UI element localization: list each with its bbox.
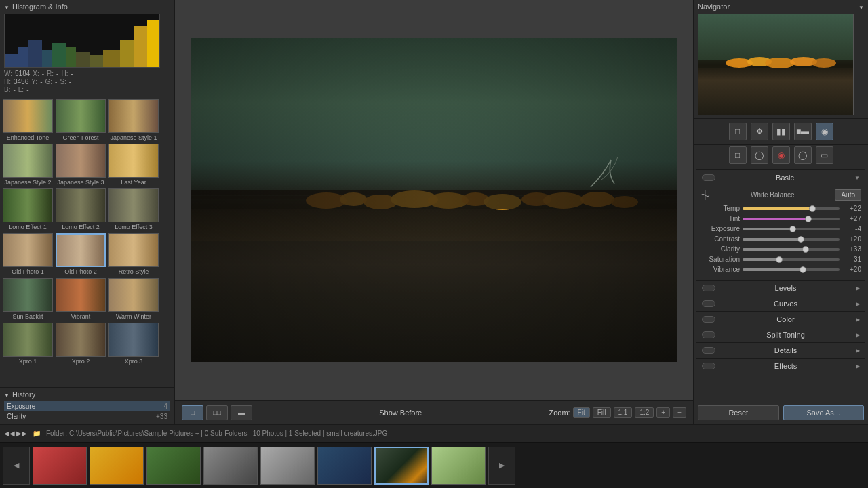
preset-row: Japanese Style 2Japanese Style 3Last Yea… [3,144,172,186]
filmstrip-back-btn[interactable]: ◀ [3,447,30,485]
histogram-title[interactable]: Histogram & Info [4,3,170,11]
effects-header[interactable]: Effects [696,359,865,373]
levels-header[interactable]: Levels [696,281,865,296]
filmstrip-thumbnail[interactable] [260,447,315,485]
slider-thumb[interactable] [809,205,816,212]
filmstrip-thumbnail[interactable] [374,447,429,485]
straighten-tool-icon[interactable]: □ [729,146,747,164]
preset-item[interactable]: Xpro 3 [108,323,159,365]
slider-track[interactable] [743,258,840,261]
spot-removal-icon[interactable]: ◯ [751,146,768,164]
preset-item[interactable]: Green Forest [56,99,106,141]
split-toning-header[interactable]: Split Toning [696,327,865,342]
view-single-btn[interactable]: □ [182,405,203,420]
filmstrip-thumbnail[interactable] [203,447,258,485]
preset-item[interactable]: Enhanced Tone [3,99,53,141]
preset-item[interactable]: Retro Style [108,233,159,275]
filmstrip-thumbnail[interactable] [90,447,144,485]
preset-item[interactable]: Warm Winter [108,278,159,320]
slider-row-exposure: Exposure -4 [701,225,861,232]
filmstrip: ◀ ▶ [0,442,868,488]
history-label: History [12,390,35,399]
nav-forward-icon[interactable]: ▶▶ [16,430,27,437]
preset-item[interactable]: Japanese Style 1 [108,99,159,141]
slider-track[interactable] [743,248,840,251]
filmstrip-thumbnail[interactable] [431,447,486,485]
crop-tool-icon[interactable]: □ [729,123,747,140]
preset-row: Sun BacklitVibrantWarm Winter [3,278,172,320]
color-toggle[interactable] [702,316,715,323]
details-header[interactable]: Details [696,343,865,358]
slider-track[interactable] [743,238,840,241]
split-toning-toggle[interactable] [702,331,715,338]
red-eye-icon[interactable]: ◉ [772,146,790,164]
basic-section-header[interactable]: Basic [696,170,865,185]
levels-toggle[interactable] [702,285,715,291]
curves-header[interactable]: Curves [696,296,865,311]
slider-fill [743,218,808,220]
slider-track[interactable] [743,218,840,220]
slider-thumb[interactable] [800,266,806,273]
preset-item[interactable]: Japanese Style 2 [3,144,53,186]
history-title[interactable]: History [4,390,170,399]
preset-item[interactable]: Last Year [108,144,159,186]
preset-thumbnail [108,233,159,267]
zoom-1to2-btn[interactable]: 1:2 [635,407,654,418]
zoom-1to1-btn[interactable]: 1:1 [614,407,633,418]
preset-item[interactable]: Lomo Effect 1 [3,188,53,230]
slider-thumb[interactable] [789,226,796,232]
curves-toggle[interactable] [702,300,715,307]
slider-track[interactable] [743,207,840,210]
preset-item[interactable]: Lomo Effect 3 [108,188,159,230]
nav-back-icon[interactable]: ◀◀ [4,430,15,437]
preset-item[interactable]: Sun Backlit [3,278,53,320]
slider-thumb[interactable] [802,246,809,253]
wb-auto-btn[interactable]: Auto [835,189,861,201]
effects-toggle[interactable] [702,363,715,369]
slider-track[interactable] [743,228,840,230]
slider-track[interactable] [743,268,840,271]
history-item[interactable]: Exposure-4 [4,401,170,411]
slider-thumb[interactable] [776,256,783,263]
compare-tool-icon[interactable]: ▮▮ [772,123,790,140]
gradient-filter-icon[interactable]: ▭ [816,146,833,164]
slider-fill [743,207,812,210]
save-as-button[interactable]: Save As... [783,405,865,420]
filmstrip-thumbnail[interactable] [146,447,201,485]
slider-thumb[interactable] [797,236,804,243]
filmstrip-thumbnail[interactable] [33,447,87,485]
zoom-fill-btn[interactable]: Fill [593,407,611,418]
view-compare-btn[interactable]: ▬ [231,405,252,420]
filmstrip-thumbnail[interactable] [317,447,372,485]
levels-tool-icon[interactable]: ■▬ [794,123,812,140]
preset-item[interactable]: Vibrant [56,278,106,320]
develop-tool-icon[interactable]: ◉ [816,123,833,140]
preset-item[interactable]: Old Photo 2 [56,233,106,275]
history-item[interactable]: Clarity+33 [4,411,170,422]
navigator-collapse-icon [859,3,864,11]
show-before-btn[interactable]: Show Before [379,409,422,417]
transform-tool-icon[interactable]: ✥ [751,123,768,140]
basic-toggle[interactable] [702,174,715,181]
view-split-btn[interactable]: □□ [206,405,228,420]
svg-rect-2 [28,40,42,67]
zoom-out-btn[interactable]: − [673,407,686,418]
zoom-in-btn[interactable]: + [656,407,670,418]
radial-filter-icon[interactable]: ◯ [794,146,812,164]
eyedropper-icon[interactable]: ⏆ [701,190,710,201]
color-header[interactable]: Color [696,312,865,327]
preset-item[interactable]: Old Photo 1 [3,233,53,275]
slider-thumb[interactable] [805,216,812,222]
histogram-section: Histogram & Info [0,0,174,96]
history-item-name: Exposure [7,403,35,410]
preset-item[interactable]: Lomo Effect 2 [56,188,106,230]
svg-point-35 [812,58,836,68]
zoom-fit-btn[interactable]: Fit [573,407,590,418]
preset-item[interactable]: Xpro 2 [56,323,106,365]
filmstrip-forward-btn[interactable]: ▶ [488,447,515,485]
preset-item[interactable]: Japanese Style 3 [56,144,106,186]
navigator-title[interactable]: Navigator [698,3,864,11]
details-toggle[interactable] [702,347,715,354]
reset-button[interactable]: Reset [698,405,779,420]
preset-item[interactable]: Xpro 1 [3,323,53,365]
